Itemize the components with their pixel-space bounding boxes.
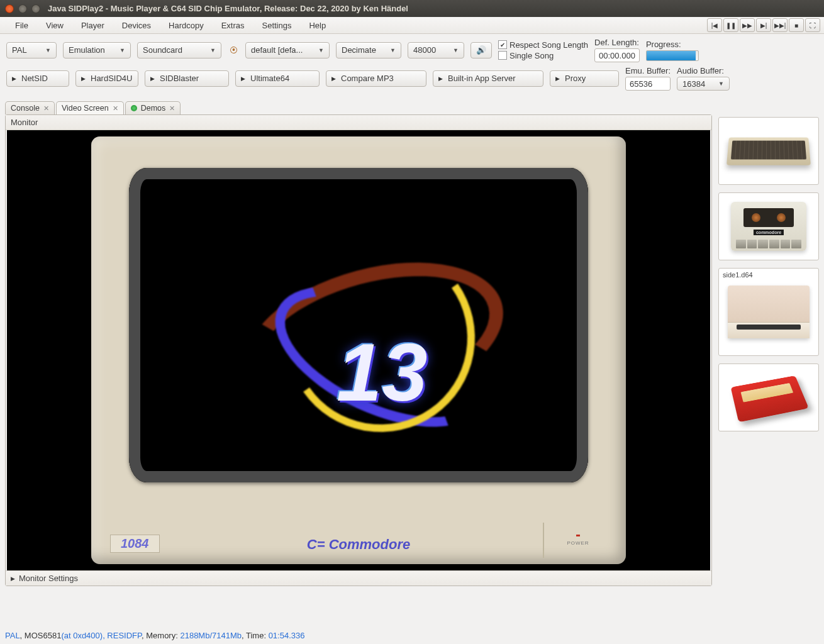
menubar: File View Player Devices Hardcopy Extras… xyxy=(0,17,824,34)
toolbar: PAL▼ Emulation▼ Soundcard▼ ⦿ default [de… xyxy=(0,34,824,92)
skip-start-button[interactable]: |◀ xyxy=(707,18,722,32)
checkbox-icon: ✔ xyxy=(498,40,507,49)
hardsid4u-label: HardSID4U xyxy=(91,74,132,83)
titlebar: Java SIDPlay2 - Music Player & C64 SID C… xyxy=(0,0,824,17)
globe-icon xyxy=(131,105,137,111)
menu-player[interactable]: Player xyxy=(72,18,113,33)
def-length-group: Def. Length: 00:00.000 xyxy=(594,38,640,62)
appserver-button[interactable]: ▶Built-in App Server xyxy=(433,70,543,87)
cartridge-icon xyxy=(731,375,809,422)
stop-button[interactable]: ■ xyxy=(789,18,804,32)
tab-console[interactable]: Console✕ xyxy=(5,101,55,114)
crt-monitor: 13 1084 C= Commodore POWER xyxy=(91,136,626,564)
def-length-field[interactable]: 00:00.000 xyxy=(594,48,640,62)
audio-device-combo[interactable]: default [defa...▼ xyxy=(245,42,330,58)
progress-label: Progress: xyxy=(646,40,699,49)
audio-buffer-value: 16384 xyxy=(682,79,705,89)
close-icon[interactable]: ✕ xyxy=(169,104,175,113)
play-icon: ▶ xyxy=(150,75,155,82)
window-maximize-icon[interactable] xyxy=(31,4,40,13)
resample-combo[interactable]: Decimate▼ xyxy=(336,42,401,58)
crt-screen: 13 xyxy=(129,168,588,482)
keyboard-icon xyxy=(727,138,811,165)
play-icon: ▶ xyxy=(241,75,245,82)
window-title: Java SIDPlay2 - Music Player & C64 SID C… xyxy=(48,4,408,13)
device-cartridge[interactable] xyxy=(718,364,819,431)
video-panel: Monitor 13 1084 C= Commodore POWER xyxy=(5,114,712,586)
compare-mp3-button[interactable]: ▶Compare MP3 xyxy=(326,70,426,87)
monitor-viewport: 13 1084 C= Commodore POWER xyxy=(7,130,710,570)
tab-demos[interactable]: Demos✕ xyxy=(125,101,181,114)
window-controls xyxy=(5,4,40,13)
play-icon: ▶ xyxy=(81,75,86,82)
netsid-button[interactable]: ▶NetSID xyxy=(6,70,69,87)
status-chip-addr: (at 0xd400) xyxy=(61,631,103,640)
resample-value: Decimate xyxy=(342,45,376,55)
fast-forward-button[interactable]: ▶▶ xyxy=(740,18,755,32)
audio-buffer-combo[interactable]: 16384▼ xyxy=(677,77,730,91)
menu-settings[interactable]: Settings xyxy=(253,18,301,33)
device-keyboard[interactable] xyxy=(718,117,819,185)
menu-view[interactable]: View xyxy=(37,18,72,33)
playback-controls: |◀ ❚❚ ▶▶ ▶| ▶▶| ■ ⛶ xyxy=(707,18,820,32)
hardsid4u-button[interactable]: ▶HardSID4U xyxy=(75,70,138,87)
engine-combo[interactable]: Emulation▼ xyxy=(63,42,131,58)
skip-end-button[interactable]: ▶| xyxy=(756,18,771,32)
close-icon[interactable]: ✕ xyxy=(43,104,49,113)
samplerate-combo[interactable]: 48000▼ xyxy=(408,42,464,58)
menu-extras[interactable]: Extras xyxy=(213,18,253,33)
chevron-down-icon: ▼ xyxy=(318,47,324,53)
sidblaster-button[interactable]: ▶SIDBlaster xyxy=(145,70,229,87)
def-length-label: Def. Length: xyxy=(594,38,640,47)
tabstrip: Console✕ Video Screen✕ Demos✕ xyxy=(5,98,819,114)
statusbar: PAL, MOS6581(at 0xd400), RESIDFP, Memory… xyxy=(5,631,819,640)
monitor-settings-toggle[interactable]: ▶ Monitor Settings xyxy=(6,570,711,586)
engine-value: Emulation xyxy=(69,45,105,55)
disk-name-label: side1.d64 xyxy=(723,271,753,279)
respect-song-length-checkbox[interactable]: ✔Respect Song Length xyxy=(498,40,588,50)
demo-graphic: 13 xyxy=(154,193,563,457)
crt-power-panel: POWER xyxy=(543,523,612,558)
monitor-header: Monitor xyxy=(6,115,711,130)
crt-brand-label: C= Commodore xyxy=(307,536,410,553)
play-icon: ▶ xyxy=(438,75,443,82)
audio-device-value: default [defa... xyxy=(251,45,303,55)
main-content: Monitor 13 1084 C= Commodore POWER xyxy=(5,114,819,586)
menu-hardcopy[interactable]: Hardcopy xyxy=(160,18,213,33)
status-engine: , RESIDFP xyxy=(103,631,142,640)
record-icon[interactable]: ⦿ xyxy=(228,45,239,55)
menu-devices[interactable]: Devices xyxy=(113,18,160,33)
play-icon: ▶ xyxy=(555,75,560,82)
song-options: ✔Respect Song Length Single Song xyxy=(498,40,588,60)
emu-buffer-field[interactable]: 65536 xyxy=(625,77,671,91)
chevron-down-icon: ▼ xyxy=(45,47,51,53)
window-minimize-icon[interactable] xyxy=(18,4,27,13)
progress-fill xyxy=(647,51,696,60)
proxy-button[interactable]: ▶Proxy xyxy=(550,70,619,87)
single-song-checkbox[interactable]: Single Song xyxy=(498,51,588,60)
status-time-label: , Time: xyxy=(242,631,269,640)
fullscreen-button[interactable]: ⛶ xyxy=(805,18,820,32)
floppy-drive-icon xyxy=(728,286,810,338)
pause-button[interactable]: ❚❚ xyxy=(723,18,738,32)
menu-help[interactable]: Help xyxy=(300,18,335,33)
chevron-down-icon: ▼ xyxy=(390,47,396,53)
window-close-icon[interactable] xyxy=(5,4,14,13)
next-track-button[interactable]: ▶▶| xyxy=(772,18,788,32)
tab-label: Console xyxy=(11,104,40,113)
device-floppy[interactable]: side1.d64 xyxy=(718,268,819,356)
close-icon[interactable]: ✕ xyxy=(113,104,118,113)
speaker-button[interactable]: 🔊 xyxy=(470,42,492,58)
menu-file[interactable]: File xyxy=(6,18,37,33)
appserver-label: Built-in App Server xyxy=(448,74,516,83)
def-length-value: 00:00.000 xyxy=(599,51,635,60)
demo-number: 13 xyxy=(337,325,428,419)
video-mode-combo[interactable]: PAL▼ xyxy=(6,42,57,58)
checkbox-icon xyxy=(498,51,507,60)
ultimate64-button[interactable]: ▶Ultimate64 xyxy=(235,70,320,87)
status-chip: , MOS6581 xyxy=(20,631,62,640)
device-datasette[interactable]: commodore xyxy=(718,192,819,260)
tab-video-screen[interactable]: Video Screen✕ xyxy=(56,101,124,114)
crt-model-badge: 1084 xyxy=(110,535,160,553)
output-combo[interactable]: Soundcard▼ xyxy=(137,42,221,58)
